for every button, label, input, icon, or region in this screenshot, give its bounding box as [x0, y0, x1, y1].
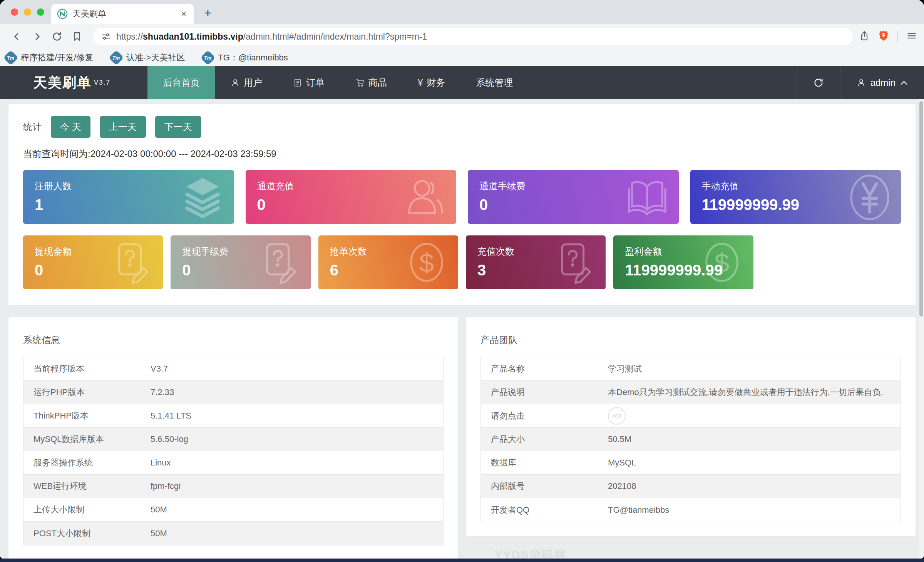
open-book-icon [626, 175, 669, 218]
table-row: WEB运行环境fpm-fcgi [23, 475, 443, 498]
bookmark-item[interactable]: Tm 认准->天美社区 [111, 52, 185, 63]
doc-question-icon [552, 241, 596, 284]
stat-card-channel-recharge: 通道充值 0 [246, 170, 457, 224]
nav-item-finance[interactable]: ¥ 财务 [402, 66, 460, 99]
tab-title: 天美刷单 [72, 8, 179, 20]
close-window-button[interactable] [11, 8, 18, 16]
today-button[interactable]: 今 天 [51, 116, 90, 138]
tune-icon[interactable] [101, 32, 111, 42]
stat-card-withdraw-amount: 提现金额 0 [23, 235, 163, 289]
table-row: 数据库MySQL [481, 451, 901, 475]
404-badge[interactable]: 404 [608, 407, 626, 425]
version-badge: V3.7 [94, 79, 110, 87]
table-row: MySQL数据库版本5.6.50-log [23, 428, 443, 451]
table-row: POST大小限制50M [23, 522, 443, 545]
tianmei-bookmark-icon: Tm [3, 50, 18, 65]
system-info-table: 当前程序版本V3.7 运行PHP版本7.2.33 ThinkPHP版本5.1.4… [23, 357, 444, 545]
order-document-icon [293, 78, 302, 87]
toolbar-divider [897, 31, 898, 42]
bottom-window-edge [0, 559, 924, 562]
product-team-table: 产品名称学习测试 产品说明本Demo只为学习测试交流,请勿要做商业或者用于违法行… [480, 357, 901, 522]
table-row: 服务器操作系统Linux [23, 451, 443, 475]
url-bar[interactable]: https://shuadan101.timibbs.vip/admin.htm… [93, 28, 853, 45]
doc-question-icon [258, 241, 301, 284]
page-scrollbar[interactable] [919, 100, 924, 559]
stats-panel: 统计 今 天 上一天 下一天 当前查询时间为:2024-02-03 00:00:… [8, 104, 916, 305]
bookmarks-bar: Tm 程序搭建/开发/修复 Tm 认准->天美社区 Tm TG：@tianmei… [0, 49, 924, 66]
yen-icon: ¥ [418, 77, 423, 88]
main-content: 统计 今 天 上一天 下一天 当前查询时间为:2024-02-03 00:00:… [0, 104, 924, 559]
window-controls [11, 8, 44, 16]
navbar-right: admin [797, 66, 924, 99]
users-icon [403, 175, 446, 218]
previous-day-button[interactable]: 上一天 [100, 116, 146, 138]
tianmei-bookmark-icon: Tm [109, 50, 124, 65]
system-info-title: 系统信息 [23, 334, 444, 346]
next-day-button[interactable]: 下一天 [155, 116, 201, 138]
stat-card-profit-amount: 盈利金额 119999999.99 $ [613, 235, 753, 289]
stat-cards-row-1: 注册人数 1 通道充值 0 [23, 170, 901, 224]
system-info-panel: 系统信息 当前程序版本V3.7 运行PHP版本7.2.33 ThinkPHP版本… [8, 317, 458, 559]
nav-item-system[interactable]: 系统管理 [460, 66, 528, 99]
tianmei-bookmark-icon: Tm [201, 50, 216, 65]
toolbar-right [859, 30, 917, 43]
stats-label: 统计 [23, 121, 42, 133]
nav-item-users[interactable]: 用户 [215, 66, 278, 99]
stat-card-channel-fee: 通道手续费 0 [468, 170, 679, 224]
product-team-panel: 产品团队 产品名称学习测试 产品说明本Demo只为学习测试交流,请勿要做商业或者… [466, 317, 916, 536]
user-menu[interactable]: admin [840, 66, 924, 99]
bookmark-item[interactable]: Tm 程序搭建/开发/修复 [5, 52, 93, 63]
refresh-icon [813, 77, 824, 88]
url-text: https://shuadan101.timibbs.vip/admin.htm… [116, 32, 427, 42]
nav-item-dashboard[interactable]: 后台首页 [147, 66, 215, 99]
table-row: 当前程序版本V3.7 [23, 357, 443, 381]
back-icon[interactable] [7, 28, 27, 45]
stat-cards-row-2: 提现金额 0 提现手续费 0 [23, 235, 901, 289]
tab-close-icon[interactable]: × [179, 8, 188, 19]
user-icon [231, 78, 240, 87]
query-time-text: 当前查询时间为:2024-02-03 00:00:00 --- 2024-02-… [23, 148, 901, 160]
nav-item-orders[interactable]: 订单 [278, 66, 340, 99]
bookmark-icon[interactable] [67, 28, 87, 45]
forward-icon[interactable] [27, 28, 47, 45]
layers-icon [181, 175, 224, 218]
new-tab-button[interactable]: + [204, 5, 212, 20]
app-logo[interactable]: 天美刷单V3.7 [0, 66, 147, 99]
table-row: 请勿点击404 [481, 404, 901, 428]
stat-card-registered-users: 注册人数 1 [23, 170, 234, 224]
table-row: 产品说明本Demo只为学习测试交流,请勿要做商业或者用于违法行为,一切后果自负. [481, 381, 901, 404]
stat-card-recharge-count: 充值次数 3 [466, 235, 606, 289]
stat-card-manual-recharge: 手动充值 119999999.99 [690, 170, 901, 224]
yen-circle-icon [845, 173, 894, 222]
table-row: 内部版号202108 [481, 475, 901, 498]
zoom-window-button[interactable] [37, 8, 44, 16]
table-row: 开发者QQTG@tianmeibbs [481, 498, 901, 522]
svg-text:$: $ [419, 248, 434, 278]
share-icon[interactable] [859, 30, 870, 43]
stat-card-grab-orders: 抢单次数 6 $ [318, 235, 458, 289]
nav-item-goods[interactable]: 商品 [340, 66, 402, 99]
site-favicon-icon [57, 8, 68, 19]
brave-shield-icon[interactable] [878, 30, 889, 43]
reload-icon[interactable] [47, 28, 67, 45]
stat-card-withdraw-fee: 提现手续费 0 [171, 235, 310, 289]
scrollbar-thumb[interactable] [919, 101, 923, 317]
dollar-circle-icon: $ [405, 241, 448, 284]
menu-icon[interactable] [906, 30, 917, 43]
chevron-up-icon [900, 80, 908, 85]
app-navbar: 天美刷单V3.7 后台首页 用户 订单 商品 ¥ 财务 系统管理 [0, 66, 924, 99]
svg-text:$: $ [714, 248, 729, 278]
refresh-page-button[interactable] [797, 66, 840, 99]
table-row: 产品大小50.5M [481, 428, 901, 451]
table-row: 上传大小限制50M [23, 498, 443, 522]
browser-tab[interactable]: 天美刷单 × [51, 4, 194, 24]
dollar-circle-icon: $ [700, 241, 743, 284]
username: admin [870, 77, 896, 88]
table-row: 产品名称学习测试 [481, 357, 901, 381]
doc-question-icon [110, 241, 153, 284]
tab-strip: 天美刷单 × + [0, 0, 924, 24]
bookmark-item[interactable]: Tm TG：@tianmeibbs [203, 52, 288, 63]
browser-toolbar: https://shuadan101.timibbs.vip/admin.htm… [0, 24, 924, 49]
browser-window: 天美刷单 × + https://shuadan101.timibbs.vip/… [0, 0, 924, 559]
minimize-window-button[interactable] [24, 8, 31, 16]
